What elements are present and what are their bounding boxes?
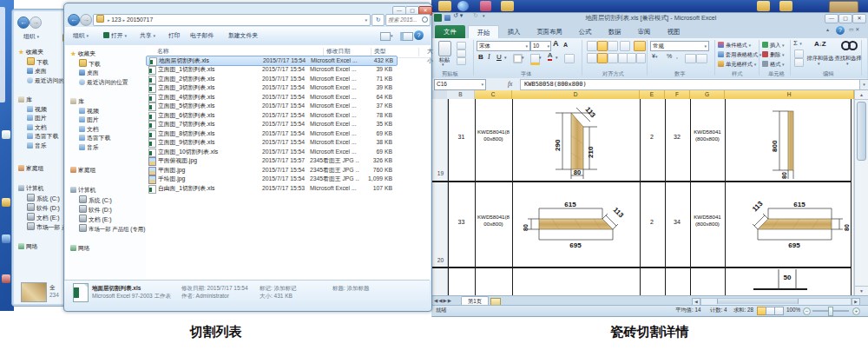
italic-icon[interactable]: I [488,53,490,61]
tab-insert[interactable]: 插入 [500,25,528,38]
sidebar-item-computer[interactable]: 计算机 [18,184,43,192]
share-button[interactable]: 共享 ▾ [140,30,155,42]
forward-icon[interactable]: → [80,14,92,26]
format-as-table-button[interactable]: 套用表格格式 ▾ [718,50,761,59]
column-header-type[interactable]: 类型 [374,46,386,56]
paste-icon[interactable] [438,41,451,56]
format-painter-icon[interactable] [457,57,466,65]
back-icon[interactable]: ← [68,14,80,26]
cell-f19[interactable]: 32 [665,134,689,140]
sidebar-item-drive-e[interactable]: 文档 (E:) [79,215,111,223]
sidebar-item-music[interactable]: 音乐 [27,142,47,149]
zoom-slider-thumb[interactable] [828,307,833,316]
sidebar-item-desktop[interactable]: 桌面 [27,67,47,75]
formula-input[interactable]: KWB58058(800x800) [520,79,860,90]
sidebar-item-drive-c[interactable]: 系统 (C:) [79,195,112,204]
file-row[interactable]: 平面图.jpg2015/7/17 15:542345看图王 JPG ...760… [146,166,396,175]
desktop-icon[interactable] [2,234,10,243]
find-select-dropdown-icon[interactable]: ▾ [846,61,849,66]
cell-c19[interactable]: KWD58041(800x800) [477,129,510,142]
delete-cells-button[interactable]: 删除 ▾ [762,50,785,59]
column-header-e[interactable]: E [640,90,665,99]
search-input[interactable] [386,17,419,23]
address-dropdown-icon[interactable]: ▾ [365,15,367,25]
tab-home[interactable]: 开始 [468,25,499,39]
align-center-icon[interactable] [597,53,608,63]
forward-icon[interactable]: → [30,17,42,29]
align-right-icon[interactable] [608,53,618,63]
sidebar-item-documents[interactable]: 文档 [27,123,47,131]
file-row[interactable]: 立面图_8切割列表.xls2015/7/17 15:54Microsoft Ex… [146,129,396,138]
zoom-level[interactable]: 100% [786,305,800,315]
copy-icon[interactable] [457,50,466,57]
cell-g20[interactable]: KWD58041(800x800) [692,214,723,228]
underline-icon[interactable]: U [496,53,502,61]
help-icon[interactable]: ? [836,26,845,35]
column-header-size[interactable]: 大小 [427,46,433,65]
file-row[interactable]: 自由面_1切割列表.xls2015/7/17 15:53Microsoft Ex… [146,184,396,193]
print-button[interactable]: 打印 [168,30,181,42]
column-header-h[interactable]: H [725,90,854,99]
orientation-icon[interactable] [620,41,630,51]
details-tags[interactable]: 标记: 添加标记 [260,285,297,293]
close-button[interactable]: ✕ [852,14,866,23]
cell-b19[interactable]: 31 [448,134,475,140]
search-box[interactable] [385,14,431,26]
number-format-select[interactable]: 常规▾ [650,41,709,51]
organize-button[interactable]: 组织 ▾ [23,30,39,43]
comma-style-icon[interactable]: , [676,53,678,59]
sidebar-item-music[interactable]: 音乐 [79,143,99,151]
borders-dropdown-icon[interactable]: ▾ [522,55,524,60]
sidebar-item-homegroup[interactable]: 家庭组 [18,164,43,172]
tab-formulas[interactable]: 公式 [571,25,599,38]
sidebar-item-drive-d[interactable]: 软件 (D:) [27,203,60,212]
file-row[interactable]: 立面图_9切割列表.xls2015/7/17 15:54Microsoft Ex… [146,138,396,147]
file-row[interactable]: 立面图_1切割列表.xls2015/7/17 15:54Microsoft Ex… [146,65,396,74]
paste-label[interactable]: 粘贴 [436,56,453,64]
shrink-font-icon[interactable]: A [563,42,568,48]
sidebar-item-pictures[interactable]: 图片 [79,116,99,123]
details-title[interactable]: 标题: 添加标题 [332,285,370,293]
breadcrumb-segment[interactable]: 123 [111,17,121,23]
scrollbar-thumb[interactable] [857,102,866,161]
sidebar-item-network[interactable]: 网络 [18,242,38,250]
new-folder-button[interactable]: 新建文件夹 [228,30,258,42]
preview-pane-icon[interactable] [400,32,413,41]
font-color-icon[interactable]: A [548,52,552,61]
sidebar-item-libraries[interactable]: 库 [18,96,32,103]
views-dropdown-icon[interactable]: ▾ [391,30,393,42]
vertical-scrollbar[interactable]: ▲ ▼ [854,90,868,295]
cell-c20[interactable]: KWD58041(800x800) [477,214,510,228]
redo-icon[interactable]: ↻ [473,12,478,19]
sheet-nav-icons[interactable]: ◀◀▶▶ [434,298,452,303]
wrap-text-icon[interactable] [634,41,646,51]
sidebar-item-pictures[interactable]: 图片 [27,114,47,122]
sidebar-item-downloads[interactable]: 下载 [79,59,101,68]
sidebar-item-downloads[interactable]: 下载 [27,57,49,66]
insert-function-icon[interactable]: fx [508,80,512,88]
views-icon[interactable] [380,32,391,41]
sidebar-item-network[interactable]: 网络 [70,244,90,252]
cell-b20[interactable]: 33 [448,219,475,225]
decrease-decimal-icon[interactable] [696,54,707,63]
breadcrumb-segment[interactable]: 20150717 [127,17,153,23]
phonetic-icon[interactable] [564,54,575,63]
conditional-formatting-button[interactable]: 条件格式 ▾ [718,41,751,50]
increase-indent-icon[interactable] [627,53,636,63]
bold-icon[interactable]: B [478,53,483,61]
open-button[interactable]: 打开 ▾ [103,30,127,42]
sidebar-item-recent[interactable]: 最近访问的位置 [79,78,128,86]
address-bar[interactable]: ▸ 123 ▸ 20150717 ▾ [93,14,371,26]
taskbar-folder-icon[interactable] [501,1,514,11]
column-header-g[interactable]: G [690,90,725,99]
sidebar-item-drive-e[interactable]: 文档 (E:) [27,213,59,221]
save-icon[interactable] [444,15,450,21]
scrollbar-thumb[interactable] [717,299,799,304]
underline-dropdown-icon[interactable]: ▾ [504,55,507,60]
refresh-icon[interactable]: ↻ [372,14,385,26]
row-number[interactable]: 20 [431,257,444,263]
tab-view[interactable]: 视图 [660,25,687,38]
tab-file[interactable]: 文件 [435,25,465,38]
fill-icon[interactable] [794,50,804,58]
file-row[interactable]: 立面图_6切割列表.xls2015/7/17 15:54Microsoft Ex… [146,111,396,120]
